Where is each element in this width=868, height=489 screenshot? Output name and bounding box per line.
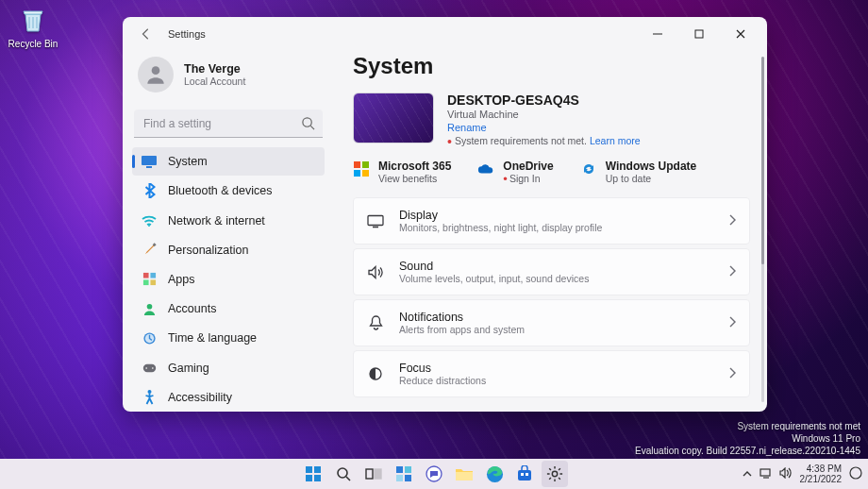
nav-apps[interactable]: Apps — [132, 265, 325, 294]
settings-list: DisplayMonitors, brightness, night light… — [353, 197, 750, 397]
svg-rect-40 — [526, 473, 528, 476]
page-heading: System — [353, 53, 750, 79]
nav-personalization[interactable]: Personalization — [132, 236, 325, 264]
account-block[interactable]: The Verge Local Account — [132, 51, 325, 106]
nav-label: Time & language — [168, 331, 257, 345]
status-tiles: Microsoft 365View benefits OneDrive•Sign… — [353, 160, 750, 184]
device-info: DESKTOP-GESAQ4S Virtual Machine Rename •… — [353, 93, 750, 146]
svg-rect-33 — [396, 475, 403, 481]
search-icon — [301, 116, 315, 134]
nav-gaming[interactable]: Gaming — [132, 354, 325, 382]
search-input[interactable] — [134, 110, 323, 138]
svg-rect-0 — [695, 30, 703, 38]
volume-tray-icon — [779, 467, 793, 481]
account-name: The Verge — [184, 62, 245, 76]
svg-rect-29 — [366, 469, 373, 479]
taskbar-settings[interactable] — [542, 461, 568, 487]
person-icon — [142, 301, 157, 316]
taskbar-edge[interactable] — [481, 461, 508, 487]
tile-onedrive[interactable]: OneDrive•Sign In — [477, 160, 553, 184]
apps-icon — [142, 272, 157, 287]
taskbar-search[interactable] — [330, 461, 357, 487]
svg-rect-4 — [146, 166, 152, 168]
svg-rect-32 — [405, 466, 411, 473]
back-button[interactable] — [134, 22, 159, 46]
clock-icon — [142, 330, 157, 346]
svg-point-28 — [338, 468, 347, 478]
svg-point-1 — [152, 66, 160, 75]
close-button[interactable] — [720, 20, 761, 48]
svg-rect-19 — [362, 161, 369, 168]
recycle-bin-icon — [16, 3, 50, 37]
search-box[interactable] — [134, 110, 323, 138]
tile-microsoft-365[interactable]: Microsoft 365View benefits — [353, 160, 451, 184]
taskbar-taskview[interactable] — [360, 461, 387, 487]
recycle-bin-label: Recycle Bin — [5, 39, 61, 49]
taskbar-chat[interactable] — [421, 461, 447, 487]
focus-icon — [367, 365, 384, 382]
scrollbar[interactable] — [761, 57, 764, 402]
device-warning: •System requirements not met. Learn more — [447, 135, 641, 146]
svg-rect-20 — [354, 170, 360, 177]
maximize-button[interactable] — [678, 20, 720, 48]
nav-label: System — [168, 155, 208, 168]
taskbar-widgets[interactable] — [391, 461, 417, 487]
taskbar: 4:38 PM 2/21/2022 — [0, 459, 868, 489]
nav-bluetooth[interactable]: Bluetooth & devices — [132, 177, 325, 205]
window-title: Settings — [168, 28, 206, 40]
nav-time[interactable]: Time & language — [132, 324, 325, 352]
chevron-right-icon — [728, 263, 736, 280]
card-notifications[interactable]: NotificationsAlerts from apps and system — [353, 299, 750, 346]
system-tray[interactable] — [760, 467, 793, 481]
card-sound[interactable]: SoundVolume levels, output, input, sound… — [353, 248, 750, 295]
account-type: Local Account — [184, 76, 245, 87]
sound-icon — [367, 263, 384, 280]
nav-label: Accounts — [168, 302, 216, 315]
tray-chevron-icon[interactable] — [743, 469, 752, 480]
card-display[interactable]: DisplayMonitors, brightness, night light… — [353, 197, 750, 244]
svg-rect-27 — [314, 475, 321, 481]
bluetooth-icon — [142, 183, 157, 198]
rename-link[interactable]: Rename — [447, 122, 641, 133]
nav-accessibility[interactable]: Accessibility — [132, 383, 325, 412]
svg-point-17 — [147, 390, 151, 394]
nav-label: Accessibility — [168, 391, 232, 404]
taskbar-clock[interactable]: 4:38 PM 2/21/2022 — [800, 464, 843, 484]
avatar — [138, 57, 174, 93]
nav-label: Gaming — [168, 362, 209, 375]
tile-windows-update[interactable]: Windows UpdateUp to date — [580, 160, 697, 184]
nav-network[interactable]: Network & internet — [132, 206, 325, 234]
svg-point-5 — [148, 225, 150, 227]
svg-rect-18 — [354, 161, 360, 168]
svg-point-11 — [146, 304, 152, 310]
card-focus[interactable]: FocusReduce distractions — [353, 350, 750, 397]
notifications-tray-icon[interactable] — [849, 466, 862, 481]
svg-rect-9 — [142, 280, 148, 286]
nav-system[interactable]: System — [132, 147, 325, 176]
svg-rect-42 — [760, 469, 770, 476]
taskbar-right: 4:38 PM 2/21/2022 — [743, 464, 863, 484]
taskbar-explorer[interactable] — [451, 461, 477, 487]
desktop-icon-recycle-bin[interactable]: Recycle Bin — [5, 3, 61, 49]
minimize-button[interactable] — [637, 20, 678, 48]
windows-update-icon — [580, 160, 597, 177]
nav-label: Personalization — [168, 244, 248, 257]
nav-accounts[interactable]: Accounts — [132, 295, 325, 323]
titlebar: Settings — [123, 17, 767, 51]
svg-rect-24 — [306, 466, 312, 473]
start-button[interactable] — [300, 461, 326, 487]
svg-rect-39 — [521, 473, 524, 476]
network-tray-icon — [760, 467, 773, 481]
svg-point-15 — [145, 367, 147, 369]
svg-rect-30 — [375, 469, 381, 479]
wifi-icon — [142, 213, 157, 228]
taskbar-center — [300, 461, 568, 487]
svg-rect-25 — [314, 466, 321, 473]
settings-window: Settings The Verge Local Account — [123, 17, 767, 412]
learn-more-link[interactable]: Learn more — [590, 135, 641, 146]
taskbar-store[interactable] — [511, 461, 538, 487]
bell-icon — [367, 314, 384, 331]
onedrive-icon — [477, 160, 494, 177]
desktop-watermark: System requirements not met Windows 11 P… — [635, 420, 860, 457]
svg-rect-38 — [518, 470, 531, 481]
